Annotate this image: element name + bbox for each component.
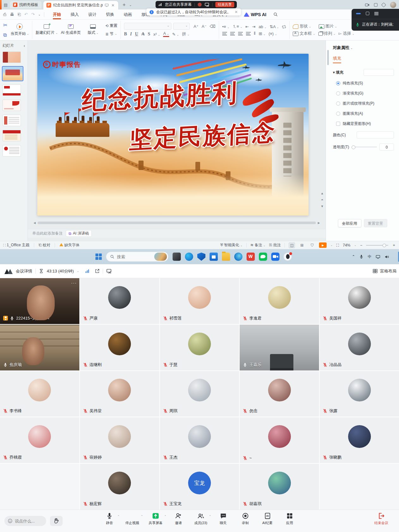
participant-tile[interactable]: 王嘉乐 (240, 325, 319, 370)
zoom-in-icon[interactable]: ＋ (392, 242, 396, 248)
font-size-select[interactable] (173, 23, 190, 30)
grid-layout-icon[interactable] (372, 268, 378, 274)
customize-qat-chevron-icon[interactable]: ⌄ (38, 13, 41, 16)
participant-tile[interactable]: 胡嘉琪 (240, 464, 319, 510)
timer-chevron-icon[interactable]: ⌄ (77, 270, 79, 272)
apply-all-button[interactable]: 全部应用 (338, 219, 361, 227)
strikethrough-icon[interactable]: A (141, 32, 144, 37)
record-icon[interactable] (198, 3, 202, 7)
ai-speech-draft-button[interactable]: ⧉ AI 演讲稿 (66, 230, 92, 237)
notes-button[interactable]: ≋ 备注 ⌄ (250, 242, 265, 248)
section-button[interactable]: ≣节 ⌄ (105, 30, 117, 38)
quick-chat-box[interactable] (4, 516, 46, 526)
shadow-icon[interactable]: S (148, 32, 150, 37)
options-caret-icon[interactable]: ⌃ (118, 515, 120, 518)
panel-scrollbar[interactable] (327, 50, 329, 65)
apps-toolbar-button[interactable]: 应用 (283, 512, 296, 525)
participant-tile[interactable]: 杨宏辉 (80, 464, 159, 510)
close-notice-icon[interactable]: ✕ (235, 10, 238, 14)
minimize-icon[interactable] (356, 13, 361, 14)
participant-tile[interactable]: 祁雪莲 (160, 278, 239, 324)
align-center-icon[interactable] (230, 32, 235, 35)
tab-file[interactable]: P 纪念抗战胜利 坚定民族信念.p ✕ (43, 1, 118, 9)
line-spacing-icon[interactable]: ⇅A ⌄ (270, 24, 279, 29)
edge-browser-icon[interactable] (185, 253, 193, 261)
undo-icon[interactable]: ↶ (24, 12, 28, 17)
increase-font-icon[interactable]: A⁺ (193, 24, 199, 29)
window-menu-icon[interactable]: ▤ (2, 3, 10, 7)
participant-tile[interactable]: 连继刚 (80, 325, 159, 370)
camera-toolbar-button[interactable]: 停止视频⌃ (125, 512, 139, 525)
columns-icon[interactable]: ⊞ ⌄ (259, 31, 265, 36)
ai-generate-page-button[interactable]: AI 生成单页 (61, 21, 81, 39)
taskbar-search[interactable] (106, 252, 169, 262)
increase-indent-icon[interactable]: ⇥ (252, 24, 255, 29)
tab-list-chevron-icon[interactable]: ⌄ (129, 3, 132, 7)
highlight-icon[interactable]: ✎ ⌄ (172, 32, 179, 37)
scroll-right-icon[interactable]: ▶ (318, 221, 320, 224)
hide-background-checkbox[interactable]: 隐藏背景图形(H) (333, 121, 394, 126)
windows-start-button[interactable] (95, 254, 102, 260)
next-slide-icon[interactable]: ▼ (321, 205, 324, 208)
browser-icon[interactable] (234, 253, 242, 261)
tray-mic-icon[interactable] (359, 254, 364, 259)
menu-item[interactable]: 动画 (119, 9, 137, 20)
participant-tile[interactable]: 张晓鹏 (320, 417, 399, 463)
annotation-icon[interactable] (106, 268, 112, 274)
clear-format-icon[interactable]: ⌫ (210, 24, 215, 29)
ainotes-toolbar-button[interactable]: AI纪要 (261, 512, 274, 525)
search-input[interactable] (117, 254, 152, 259)
end-share-button[interactable]: 结束共享 (215, 2, 234, 7)
print-icon[interactable]: 🖶 (10, 12, 14, 17)
fit-slide-icon[interactable]: ⛶ (336, 243, 339, 248)
color-picker[interactable] (357, 131, 394, 138)
tile-menu-icon[interactable]: ··· (71, 280, 77, 285)
zoom-out-icon[interactable]: − (360, 243, 362, 248)
notes-bar[interactable]: 单击此处添加备注 ⧉ AI 演讲稿 (28, 229, 326, 238)
bullets-icon[interactable]: •≡ ⌄ (222, 24, 229, 29)
participant-tile[interactable]: 李進君 (240, 278, 319, 324)
wps-ai-button[interactable]: WPS AI (238, 12, 266, 17)
participant-tile[interactable]: ~ (240, 417, 319, 463)
participant-tile[interactable]: 李书锋 (0, 371, 79, 417)
save-icon[interactable]: ⎙ (3, 12, 6, 17)
smart-beautify-button[interactable]: ⛨ 智能美化 ⌄ (220, 242, 242, 248)
file-explorer-icon[interactable] (222, 253, 230, 261)
tab-docer[interactable]: 找稻壳模板 (10, 1, 41, 9)
fill-radio-option[interactable]: 纯色填充(S) (333, 81, 394, 86)
fill-preset-select[interactable] (364, 69, 394, 76)
slide[interactable]: 纪念抗战胜利 坚定民族信念 时事报告 www.xingshizhengce.co… (37, 54, 309, 216)
layout-button[interactable]: 版式 ⌄ (84, 21, 102, 39)
tab-fill[interactable]: 填充 (333, 56, 341, 63)
menu-icon[interactable] (374, 12, 378, 15)
participant-tile[interactable]: 宝龙王宝龙 (160, 464, 239, 510)
menu-item[interactable]: 切换 (101, 9, 119, 20)
menu-item[interactable]: 开始 (48, 9, 66, 20)
participant-tile[interactable]: 勿念 (240, 371, 319, 417)
font-color-icon[interactable]: A ⌄ (163, 32, 169, 37)
paste-icon[interactable]: ⧉ (3, 32, 7, 38)
new-slide-button[interactable]: 新建幻灯片 ⌄ (35, 21, 58, 39)
prev-slide-icon[interactable]: ▲ (321, 192, 324, 195)
restore-icon[interactable] (366, 12, 369, 15)
rename-pencil-icon[interactable]: ✎ (46, 316, 50, 321)
options-caret-icon[interactable]: ⌃ (164, 515, 167, 518)
annotation-icon[interactable] (205, 2, 209, 7)
screenshot-icon[interactable] (365, 3, 370, 7)
normal-view-icon[interactable]: ◫ (289, 242, 295, 248)
theme-indicator[interactable]: ⸬ 1_Office 主题 (3, 242, 29, 248)
fill-radio-option[interactable]: 渐变填充(G) (333, 91, 394, 96)
zoom-slider[interactable] (366, 245, 388, 246)
reset-background-button[interactable]: 重置背景 (364, 219, 387, 227)
scrollbar-track[interactable] (38, 222, 316, 224)
search-icon[interactable] (273, 12, 278, 17)
settings-cube-icon[interactable] (381, 3, 386, 8)
participant-tile[interactable]: 周琪 (160, 371, 239, 417)
options-caret-icon[interactable]: ⌃ (141, 515, 143, 518)
qq-icon[interactable] (284, 253, 292, 261)
play-options-chevron-icon[interactable]: ⌄ (330, 244, 333, 247)
slide-thumbnail[interactable] (3, 100, 21, 111)
opacity-slider[interactable] (352, 147, 377, 147)
new-tab-button[interactable]: ＋ (121, 2, 126, 8)
pinyin-icon[interactable]: 拼 ⌄ (182, 31, 189, 37)
